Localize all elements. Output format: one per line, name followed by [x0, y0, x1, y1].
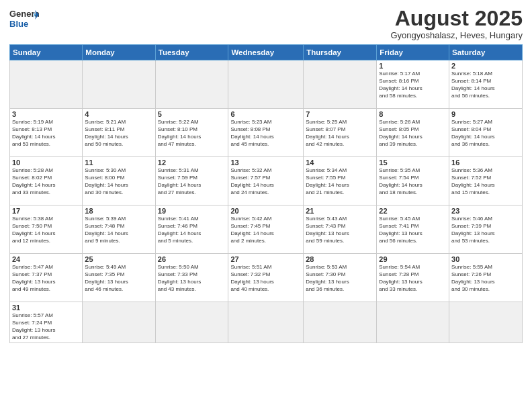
- day-info: Sunrise: 5:46 AM Sunset: 7:39 PM Dayligh…: [451, 216, 520, 244]
- header-monday: Monday: [83, 45, 155, 60]
- day-number: 19: [158, 207, 226, 215]
- table-row: [83, 302, 155, 343]
- day-info: Sunrise: 5:27 AM Sunset: 8:04 PM Dayligh…: [451, 119, 520, 148]
- table-row: [304, 302, 377, 343]
- day-number: 29: [379, 255, 447, 263]
- calendar-week-row: 1Sunrise: 5:17 AM Sunset: 8:16 PM Daylig…: [10, 60, 523, 109]
- day-number: 17: [12, 207, 80, 215]
- day-number: 7: [306, 110, 374, 118]
- table-row: 29Sunrise: 5:54 AM Sunset: 7:28 PM Dayli…: [377, 254, 449, 302]
- day-info: Sunrise: 5:17 AM Sunset: 8:16 PM Dayligh…: [379, 71, 447, 99]
- day-info: Sunrise: 5:50 AM Sunset: 7:33 PM Dayligh…: [158, 264, 226, 293]
- day-number: 14: [306, 158, 374, 167]
- calendar-week-row: 10Sunrise: 5:28 AM Sunset: 8:02 PM Dayli…: [10, 157, 523, 205]
- day-info: Sunrise: 5:28 AM Sunset: 8:02 PM Dayligh…: [12, 167, 80, 196]
- table-row: 2Sunrise: 5:18 AM Sunset: 8:14 PM Daylig…: [449, 60, 523, 109]
- day-info: Sunrise: 5:32 AM Sunset: 7:57 PM Dayligh…: [230, 167, 301, 196]
- table-row: 19Sunrise: 5:41 AM Sunset: 7:46 PM Dayli…: [155, 205, 228, 254]
- day-info: Sunrise: 5:57 AM Sunset: 7:24 PM Dayligh…: [12, 312, 80, 341]
- day-number: 22: [379, 207, 447, 215]
- day-info: Sunrise: 5:41 AM Sunset: 7:46 PM Dayligh…: [158, 216, 226, 244]
- day-info: Sunrise: 5:39 AM Sunset: 7:48 PM Dayligh…: [85, 216, 152, 244]
- table-row: 16Sunrise: 5:36 AM Sunset: 7:52 PM Dayli…: [449, 157, 523, 205]
- day-number: 18: [85, 207, 152, 215]
- day-number: 11: [85, 158, 152, 167]
- day-number: 8: [379, 110, 447, 118]
- table-row: [155, 302, 228, 343]
- table-row: 30Sunrise: 5:55 AM Sunset: 7:26 PM Dayli…: [449, 254, 523, 302]
- day-info: Sunrise: 5:47 AM Sunset: 7:37 PM Dayligh…: [12, 264, 80, 293]
- table-row: 23Sunrise: 5:46 AM Sunset: 7:39 PM Dayli…: [449, 205, 523, 254]
- table-row: 6Sunrise: 5:23 AM Sunset: 8:08 PM Daylig…: [228, 109, 304, 157]
- table-row: 24Sunrise: 5:47 AM Sunset: 7:37 PM Dayli…: [10, 254, 83, 302]
- day-info: Sunrise: 5:34 AM Sunset: 7:55 PM Dayligh…: [306, 167, 374, 196]
- table-row: [304, 60, 377, 109]
- day-number: 4: [85, 110, 152, 118]
- day-info: Sunrise: 5:18 AM Sunset: 8:14 PM Dayligh…: [451, 71, 520, 99]
- table-row: [449, 302, 523, 343]
- day-number: 15: [379, 158, 447, 167]
- day-info: Sunrise: 5:26 AM Sunset: 8:05 PM Dayligh…: [379, 119, 447, 148]
- day-number: 31: [12, 304, 80, 312]
- day-info: Sunrise: 5:38 AM Sunset: 7:50 PM Dayligh…: [12, 216, 80, 244]
- header: General Blue August 2025 Gyongyoshalasz,…: [9, 7, 523, 40]
- day-number: 26: [158, 255, 226, 263]
- day-number: 27: [230, 255, 301, 263]
- svg-text:Blue: Blue: [9, 19, 28, 29]
- calendar-week-row: 17Sunrise: 5:38 AM Sunset: 7:50 PM Dayli…: [10, 205, 523, 254]
- table-row: 8Sunrise: 5:26 AM Sunset: 8:05 PM Daylig…: [377, 109, 449, 157]
- day-info: Sunrise: 5:51 AM Sunset: 7:32 PM Dayligh…: [230, 264, 301, 293]
- table-row: 7Sunrise: 5:25 AM Sunset: 8:07 PM Daylig…: [304, 109, 377, 157]
- day-info: Sunrise: 5:49 AM Sunset: 7:35 PM Dayligh…: [85, 264, 152, 293]
- calendar-header-row: Sunday Monday Tuesday Wednesday Thursday…: [10, 45, 523, 60]
- table-row: 20Sunrise: 5:42 AM Sunset: 7:45 PM Dayli…: [228, 205, 304, 254]
- day-number: 30: [451, 255, 520, 263]
- table-row: 27Sunrise: 5:51 AM Sunset: 7:32 PM Dayli…: [228, 254, 304, 302]
- table-row: [228, 60, 304, 109]
- header-tuesday: Tuesday: [155, 45, 228, 60]
- table-row: [10, 60, 83, 109]
- day-number: 9: [451, 110, 520, 118]
- table-row: 9Sunrise: 5:27 AM Sunset: 8:04 PM Daylig…: [449, 109, 523, 157]
- day-info: Sunrise: 5:53 AM Sunset: 7:30 PM Dayligh…: [306, 264, 374, 293]
- day-info: Sunrise: 5:30 AM Sunset: 8:00 PM Dayligh…: [85, 167, 152, 196]
- table-row: 10Sunrise: 5:28 AM Sunset: 8:02 PM Dayli…: [10, 157, 83, 205]
- sub-title: Gyongyoshalasz, Heves, Hungary: [390, 30, 523, 40]
- table-row: 5Sunrise: 5:22 AM Sunset: 8:10 PM Daylig…: [155, 109, 228, 157]
- day-info: Sunrise: 5:43 AM Sunset: 7:43 PM Dayligh…: [306, 216, 374, 244]
- day-info: Sunrise: 5:55 AM Sunset: 7:26 PM Dayligh…: [451, 264, 520, 293]
- table-row: 3Sunrise: 5:19 AM Sunset: 8:13 PM Daylig…: [10, 109, 83, 157]
- table-row: 1Sunrise: 5:17 AM Sunset: 8:16 PM Daylig…: [377, 60, 449, 109]
- table-row: 15Sunrise: 5:35 AM Sunset: 7:54 PM Dayli…: [377, 157, 449, 205]
- day-info: Sunrise: 5:35 AM Sunset: 7:54 PM Dayligh…: [379, 167, 447, 196]
- day-number: 28: [306, 255, 374, 263]
- day-number: 12: [158, 158, 226, 167]
- day-info: Sunrise: 5:36 AM Sunset: 7:52 PM Dayligh…: [451, 167, 520, 196]
- day-number: 25: [85, 255, 152, 263]
- calendar: Sunday Monday Tuesday Wednesday Thursday…: [9, 44, 523, 343]
- calendar-week-row: 3Sunrise: 5:19 AM Sunset: 8:13 PM Daylig…: [10, 109, 523, 157]
- table-row: 13Sunrise: 5:32 AM Sunset: 7:57 PM Dayli…: [228, 157, 304, 205]
- day-info: Sunrise: 5:23 AM Sunset: 8:08 PM Dayligh…: [230, 119, 301, 148]
- logo: General Blue: [9, 7, 39, 31]
- table-row: 12Sunrise: 5:31 AM Sunset: 7:59 PM Dayli…: [155, 157, 228, 205]
- calendar-week-row: 24Sunrise: 5:47 AM Sunset: 7:37 PM Dayli…: [10, 254, 523, 302]
- table-row: 18Sunrise: 5:39 AM Sunset: 7:48 PM Dayli…: [83, 205, 155, 254]
- day-info: Sunrise: 5:19 AM Sunset: 8:13 PM Dayligh…: [12, 119, 80, 148]
- day-info: Sunrise: 5:45 AM Sunset: 7:41 PM Dayligh…: [379, 216, 447, 244]
- table-row: [377, 302, 449, 343]
- day-number: 24: [12, 255, 80, 263]
- table-row: 31Sunrise: 5:57 AM Sunset: 7:24 PM Dayli…: [10, 302, 83, 343]
- main-title: August 2025: [390, 7, 523, 30]
- page: General Blue August 2025 Gyongyoshalasz,…: [0, 0, 532, 411]
- logo-svg: General Blue: [9, 7, 39, 31]
- day-number: 5: [158, 110, 226, 118]
- header-wednesday: Wednesday: [228, 45, 304, 60]
- title-block: August 2025 Gyongyoshalasz, Heves, Hunga…: [390, 7, 523, 40]
- day-info: Sunrise: 5:21 AM Sunset: 8:11 PM Dayligh…: [85, 119, 152, 148]
- day-number: 6: [230, 110, 301, 118]
- table-row: 25Sunrise: 5:49 AM Sunset: 7:35 PM Dayli…: [83, 254, 155, 302]
- day-number: 20: [230, 207, 301, 215]
- table-row: [155, 60, 228, 109]
- table-row: [228, 302, 304, 343]
